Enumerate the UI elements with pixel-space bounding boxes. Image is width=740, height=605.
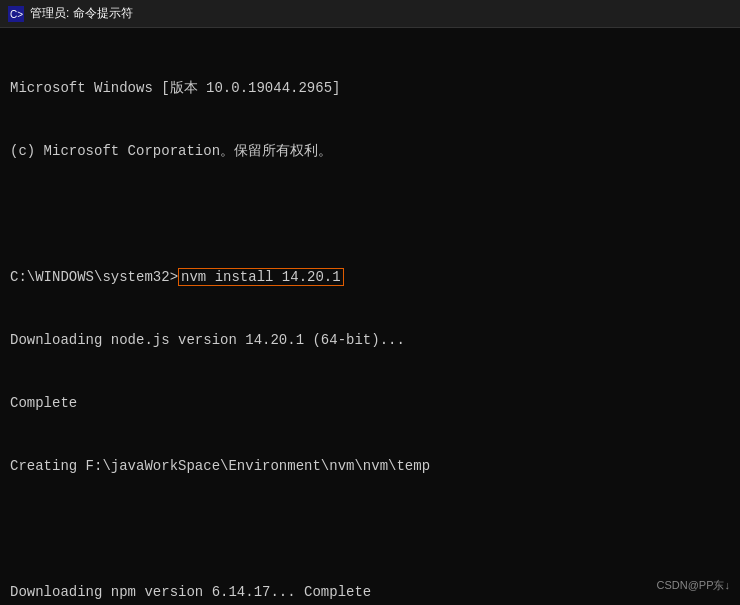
complete-inline: Complete xyxy=(304,584,371,600)
line-windows-version: Microsoft Windows [版本 10.0.19044.2965] xyxy=(10,78,730,99)
terminal: Microsoft Windows [版本 10.0.19044.2965] (… xyxy=(0,28,740,605)
line-empty-2 xyxy=(10,519,730,540)
line-copyright: (c) Microsoft Corporation。保留所有权利。 xyxy=(10,141,730,162)
line-creating: Creating F:\javaWorkSpace\Environment\nv… xyxy=(10,456,730,477)
watermark: CSDN@PP东↓ xyxy=(656,578,730,593)
line-complete-1: Complete xyxy=(10,393,730,414)
line-npm-download: Downloading npm version 6.14.17... Compl… xyxy=(10,582,730,603)
cmd-icon: C> xyxy=(8,6,24,22)
title-bar: C> 管理员: 命令提示符 xyxy=(0,0,740,28)
highlight-install: nvm install 14.20.1 xyxy=(178,268,344,286)
terminal-content: Microsoft Windows [版本 10.0.19044.2965] (… xyxy=(10,36,730,605)
line-downloading: Downloading node.js version 14.20.1 (64-… xyxy=(10,330,730,351)
line-empty-1 xyxy=(10,204,730,225)
prompt-1: C:\WINDOWS\system32> xyxy=(10,269,178,285)
title-bar-text: 管理员: 命令提示符 xyxy=(30,5,133,22)
svg-text:C>: C> xyxy=(10,9,23,20)
line-cmd-install: C:\WINDOWS\system32>nvm install 14.20.1 xyxy=(10,267,730,288)
